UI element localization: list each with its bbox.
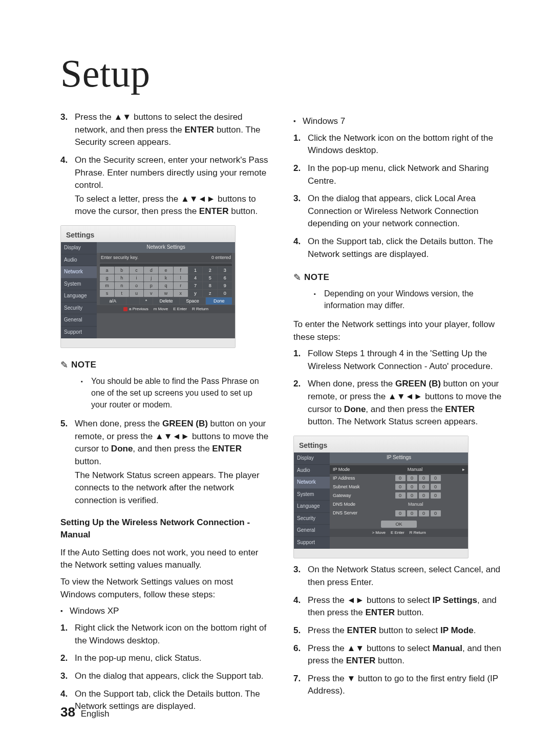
foot-previous: a Previous xyxy=(129,306,148,312)
step-number: 6. xyxy=(293,642,308,667)
enter-label: ENTER xyxy=(185,125,215,135)
arrow-icons: ▲▼◄► xyxy=(155,431,189,441)
sidebar-item-support: Support xyxy=(294,537,330,549)
note-icon: ✎ xyxy=(60,358,68,372)
text: Windows 7 xyxy=(303,115,502,128)
kb-key: 8 xyxy=(203,282,217,289)
ip-segment: 0 xyxy=(395,510,406,516)
kb-key: y xyxy=(188,290,203,297)
ip-address-label: IP Address xyxy=(333,475,371,482)
kb-key: 9 xyxy=(218,282,232,289)
sidebar-item-audio: Audio xyxy=(61,254,97,267)
green-b-label: GREEN (B) xyxy=(395,379,441,388)
text: Press the xyxy=(308,595,347,605)
kb-key: 7 xyxy=(188,282,203,289)
settings-sidebar: Display Audio Network System Language Se… xyxy=(294,452,330,549)
kb-key: o xyxy=(130,282,144,289)
kb-key: m xyxy=(100,282,114,289)
green-b-label: GREEN (B) xyxy=(162,419,208,428)
kb-key: l xyxy=(174,274,188,282)
bullet-square-icon: ▪ xyxy=(314,288,324,311)
enter-label: ENTER xyxy=(212,444,242,453)
step-number: 1. xyxy=(293,348,308,373)
text: On the dialog that appears, click Local … xyxy=(308,192,502,230)
text: On the dialog that appears, click the Su… xyxy=(75,670,269,683)
arrow-icons: ◄► xyxy=(347,595,365,605)
sidebar-item-general: General xyxy=(61,314,97,327)
note-label: NOTE xyxy=(71,359,96,372)
text: Right click the Network icon on the bott… xyxy=(75,622,269,647)
dns-mode-label: DNS Mode xyxy=(333,501,371,508)
ip-mode-label: IP Mode xyxy=(440,625,474,635)
enter-label: ENTER xyxy=(346,656,376,665)
step-number: 7. xyxy=(293,673,308,698)
bullet-square-icon: ▪ xyxy=(60,605,70,618)
text: Press the xyxy=(308,674,347,683)
panel-footer: > Move E Enter R Return xyxy=(330,529,468,537)
kb-key: 3 xyxy=(218,267,232,274)
red-a-icon xyxy=(123,307,127,311)
kb-key: s xyxy=(100,290,114,297)
paragraph: To view the Network Settings values on m… xyxy=(60,576,269,601)
ip-segment: 0 xyxy=(395,475,406,481)
network-settings-screenshot: Settings Display Audio Network System La… xyxy=(60,225,236,348)
panel-title: Settings xyxy=(294,436,468,452)
text: buttons to select xyxy=(364,595,432,605)
ip-segment: 0 xyxy=(407,510,417,516)
text: On the Support tab, click the Details bu… xyxy=(308,235,502,261)
step-number: 1. xyxy=(293,132,308,157)
kb-key: a xyxy=(100,267,114,274)
enter-label: ENTER xyxy=(199,206,229,216)
kb-key: 6 xyxy=(218,274,232,282)
ip-segment: 0 xyxy=(431,475,441,481)
kb-key: Space xyxy=(180,297,206,305)
kb-key: n xyxy=(115,282,129,289)
section-heading: Setting Up the Wireless Network Connecti… xyxy=(60,516,269,542)
kb-key: p xyxy=(144,282,158,289)
kb-key: g xyxy=(100,274,114,282)
dns-server-label: DNS Server xyxy=(333,510,371,516)
text: Follow Steps 1 through 4 in the 'Setting… xyxy=(308,348,502,373)
arrow-icons: ▲▼◄► xyxy=(181,194,215,204)
text: button. xyxy=(395,608,424,617)
sidebar-item-language: Language xyxy=(61,290,97,303)
ip-segment: 0 xyxy=(419,475,429,481)
sidebar-item-audio: Audio xyxy=(294,465,330,477)
ip-segment: 0 xyxy=(407,492,417,499)
step-number: 5. xyxy=(60,418,75,507)
subnet-mask-label: Subnet Mask xyxy=(333,484,371,490)
ip-segment: 0 xyxy=(407,475,417,481)
text: , and then press the xyxy=(133,444,212,453)
sidebar-item-system: System xyxy=(61,278,97,291)
ip-segment: 0 xyxy=(419,484,429,490)
enter-security-label: Enter security key. xyxy=(101,254,138,261)
kb-key: u xyxy=(130,290,144,297)
sidebar-item-language: Language xyxy=(294,501,330,513)
text: Press the xyxy=(308,643,347,653)
windows-xp-heading: ▪ Windows XP xyxy=(60,605,269,618)
text: Windows XP xyxy=(70,605,269,618)
kb-key: 4 xyxy=(188,274,203,282)
foot-move: > Move xyxy=(372,530,385,536)
dns-mode-value: Manual xyxy=(371,501,460,508)
enter-label: ENTER xyxy=(365,608,395,617)
ip-mode-value: Manual xyxy=(371,466,459,473)
panel-title: Settings xyxy=(61,226,235,242)
sidebar-item-network: Network xyxy=(294,477,330,489)
sidebar-item-general: General xyxy=(294,525,330,537)
kb-key: f xyxy=(174,267,188,274)
kb-key: w xyxy=(159,290,173,297)
arrow-icons: ▲▼ xyxy=(347,643,365,653)
step-number: 3. xyxy=(60,670,75,683)
kb-key: 0 xyxy=(218,290,232,297)
text: button. The Network Status screen appear… xyxy=(308,417,478,426)
foot-enter: E Enter xyxy=(173,306,187,312)
kb-key: q xyxy=(159,282,173,289)
text: On the Network Status screen, select Can… xyxy=(308,564,502,589)
foot-move: m Move xyxy=(154,306,168,312)
sidebar-item-display: Display xyxy=(294,452,330,465)
note-heading: ✎ NOTE xyxy=(60,358,269,372)
ip-segment: 0 xyxy=(407,484,417,490)
foot-return: R Return xyxy=(410,530,426,536)
step-number: 3. xyxy=(293,564,308,589)
